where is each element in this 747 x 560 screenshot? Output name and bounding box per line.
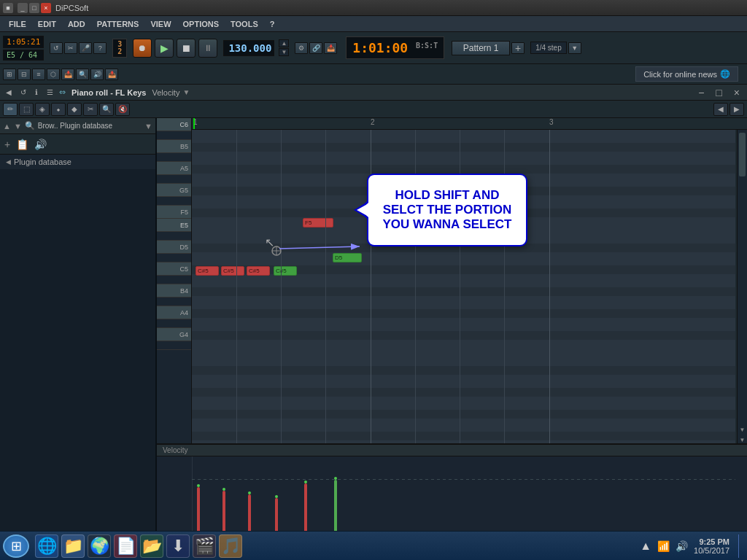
sidebar-collapse[interactable]: ▼ <box>144 122 152 131</box>
vel-bar-4[interactable] <box>275 498 278 531</box>
key-c6[interactable]: C6 <box>157 118 191 131</box>
sidebar-tool-1[interactable]: + <box>3 137 12 152</box>
pr-close[interactable]: × <box>729 85 744 100</box>
bpm-up[interactable]: ▲ <box>279 39 289 47</box>
pr-nav-left[interactable]: ◀ <box>713 103 728 116</box>
menu-tools[interactable]: TOOLS <box>225 18 264 30</box>
menu-patterns[interactable]: PATTERNS <box>91 18 145 30</box>
icon-2[interactable]: 🔗 <box>309 42 322 54</box>
scrollbar-thumb-v[interactable] <box>739 133 746 176</box>
mic-btn[interactable]: 🎤 <box>79 42 92 54</box>
pr-tool-paint[interactable]: ◆ <box>67 103 82 116</box>
key-d5[interactable]: D5 <box>157 241 191 254</box>
pr-tool-mute[interactable]: 🔇 <box>115 103 130 116</box>
taskbar-app-torrent[interactable]: ⬇ <box>166 534 190 558</box>
pause-btn[interactable]: ⏸ <box>198 39 217 58</box>
taskbar-show-desktop[interactable] <box>738 534 744 558</box>
key-g5[interactable]: G5 <box>157 184 191 197</box>
step-down[interactable]: ▼ <box>568 42 581 54</box>
pr-nav-left[interactable]: ◀ <box>3 87 15 98</box>
pr-tool-brush[interactable]: ⬥ <box>51 103 66 116</box>
pattern-display[interactable]: Pattern 1 <box>452 41 510 55</box>
pr-tool-erase[interactable]: ◈ <box>35 103 50 116</box>
bpm-down[interactable]: ▼ <box>279 48 289 56</box>
pr-info-icon[interactable]: ℹ <box>32 87 41 98</box>
pattern-add[interactable]: + <box>511 42 525 54</box>
key-c5[interactable]: C5 <box>157 262 191 276</box>
menu-help[interactable]: ? <box>264 18 281 30</box>
pr-tool-zoom[interactable]: 🔍 <box>99 103 114 116</box>
vel-bar-2[interactable] <box>222 491 225 531</box>
taskbar-app-fl[interactable]: 🎵 <box>219 534 242 558</box>
key-b4w[interactable]: B4 <box>157 284 191 298</box>
key-b5w[interactable]: B5 <box>157 140 191 153</box>
key-gb4[interactable] <box>157 341 191 350</box>
note-cs5-2[interactable]: C#5 <box>221 266 244 276</box>
note-cs5-3[interactable]: C#5 <box>247 266 270 276</box>
sidebar-tool-3[interactable]: 🔊 <box>33 137 48 152</box>
nb-icon8[interactable]: 📤 <box>105 69 118 80</box>
pr-tool-select[interactable]: ⬚ <box>19 103 34 116</box>
key-eb5[interactable] <box>157 232 191 241</box>
taskbar-app-pdf[interactable]: 📄 <box>114 534 137 558</box>
taskbar-app-5[interactable]: 📂 <box>140 534 163 558</box>
key-a5[interactable]: A5 <box>157 162 191 175</box>
taskbar-sound[interactable]: 🔊 <box>676 540 688 552</box>
sidebar-nav-up[interactable]: ▲ <box>3 122 11 131</box>
click-online-news-btn[interactable]: Click for online news 🌐 <box>635 66 738 82</box>
nb-icon7[interactable]: 🔊 <box>90 69 104 80</box>
play-btn[interactable]: ▶ <box>155 39 174 58</box>
taskbar-app-7[interactable]: 🎬 <box>193 534 216 558</box>
nb-icon3[interactable]: ≡ <box>32 69 45 80</box>
vel-bar-6[interactable] <box>334 480 337 531</box>
taskbar-notifications[interactable]: ▲ <box>640 540 651 553</box>
cut-btn[interactable]: ✂ <box>64 42 77 54</box>
nb-icon1[interactable]: ⊞ <box>3 69 16 80</box>
menu-add[interactable]: ADD <box>62 18 91 30</box>
vel-bar-3[interactable] <box>248 494 251 531</box>
pr-maximize[interactable]: □ <box>711 85 726 100</box>
pr-menu-icon[interactable]: ☰ <box>44 87 56 98</box>
vel-bar-5[interactable] <box>304 483 307 531</box>
pr-loop-icon[interactable]: ↺ <box>18 87 29 98</box>
titlebar-min[interactable]: _ <box>18 3 28 13</box>
key-ab4[interactable] <box>157 319 191 328</box>
titlebar-max[interactable]: □ <box>29 3 39 13</box>
nb-icon4[interactable]: ⬡ <box>47 69 60 80</box>
taskbar-app-explorer[interactable]: 📁 <box>61 534 85 558</box>
step-display[interactable]: 1/4 step <box>530 42 567 54</box>
stop-btn[interactable]: ⏹ <box>177 39 196 58</box>
key-gb5[interactable] <box>157 197 191 206</box>
key-b4[interactable] <box>157 276 191 284</box>
key-f5[interactable]: F5 <box>157 206 191 219</box>
menu-file[interactable]: FILE <box>3 18 32 30</box>
icon-3[interactable]: 📥 <box>324 42 337 54</box>
menu-view[interactable]: VIEW <box>144 18 177 30</box>
note-grid[interactable]: C#5 C#5 C#5 C#5 F5 D5 ↖ <box>192 130 747 443</box>
key-cs5[interactable] <box>157 254 191 262</box>
menu-options[interactable]: OPTIONS <box>177 18 225 30</box>
icon-1[interactable]: ⚙ <box>295 42 308 54</box>
scrollbar-end[interactable]: ▼ <box>738 437 747 443</box>
key-b5[interactable] <box>157 131 191 140</box>
velocity-tab[interactable]: Velocity <box>152 88 180 97</box>
bpm-display[interactable]: 130.000 <box>223 40 274 56</box>
pr-nav-right[interactable]: ▶ <box>729 103 744 116</box>
sidebar-tool-2[interactable]: 📋 <box>15 137 30 152</box>
nb-icon2[interactable]: ⊟ <box>18 69 31 80</box>
loop-btn[interactable]: ↺ <box>50 42 63 54</box>
pr-tool-cut[interactable]: ✂ <box>83 103 98 116</box>
taskbar-app-ie[interactable]: 🌐 <box>35 534 58 558</box>
key-a4[interactable]: A4 <box>157 306 191 319</box>
key-bb5[interactable] <box>157 153 191 162</box>
nb-icon5[interactable]: 📥 <box>61 69 74 80</box>
taskbar-app-chrome[interactable]: 🌍 <box>88 534 111 558</box>
key-g4[interactable]: G4 <box>157 328 191 341</box>
note-cs5-4[interactable]: C#5 <box>274 266 297 276</box>
sidebar-search[interactable]: 🔍 <box>25 121 35 131</box>
note-f5[interactable]: F5 <box>303 218 333 228</box>
note-d5[interactable]: D5 <box>333 253 362 262</box>
note-cs5-1[interactable]: C#5 <box>196 266 219 276</box>
menu-edit[interactable]: EDIT <box>32 18 62 30</box>
help-btn[interactable]: ? <box>93 42 107 54</box>
